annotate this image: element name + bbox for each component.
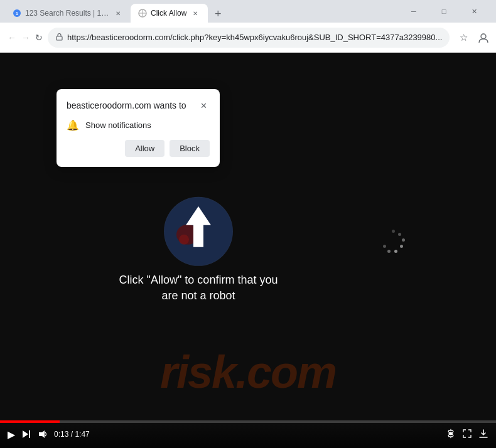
url-text: https://beasticeroodorm.com/click.php?ke… xyxy=(67,33,442,42)
tab-click-allow[interactable]: Click Allow ✕ xyxy=(131,4,208,23)
title-bar: 1 123 Search Results | 123Movies ✕ Click… xyxy=(0,0,496,23)
window-controls: ─ □ ✕ xyxy=(397,2,491,21)
settings-button[interactable] xyxy=(446,429,456,440)
forward-button[interactable]: → xyxy=(21,29,30,46)
tab1-close[interactable]: ✕ xyxy=(113,8,123,18)
progress-bar[interactable] xyxy=(0,420,496,423)
svg-rect-5 xyxy=(57,36,62,40)
security-icon xyxy=(55,33,63,43)
robot-text: Click "Allow" to confirm that you are no… xyxy=(111,272,286,304)
dot-5 xyxy=(394,250,397,253)
tab1-favicon: 1 xyxy=(13,9,21,18)
arrow-circle xyxy=(164,197,233,266)
tab1-title: 123 Search Results | 123Movies xyxy=(25,9,109,18)
popup-buttons: Allow Block xyxy=(67,140,210,157)
dot-2 xyxy=(398,233,401,236)
tab2-favicon xyxy=(138,9,147,18)
next-button[interactable] xyxy=(21,429,31,439)
volume-button[interactable] xyxy=(38,429,48,439)
page-content: risk.com Click "Allow" to confirm that y… xyxy=(0,53,496,448)
tab2-close[interactable]: ✕ xyxy=(190,8,200,18)
refresh-button[interactable]: ↻ xyxy=(35,29,43,46)
popup-notification-item: 🔔 Show notifications xyxy=(67,119,210,131)
popup-close-button[interactable]: ✕ xyxy=(197,99,210,112)
dot-6 xyxy=(387,250,391,253)
bell-icon: 🔔 xyxy=(67,119,79,131)
dot-1 xyxy=(392,230,395,233)
svg-point-6 xyxy=(481,34,486,39)
maximize-button[interactable]: □ xyxy=(429,2,458,21)
profile-icon[interactable] xyxy=(475,29,492,46)
dot-7 xyxy=(383,245,386,248)
allow-button[interactable]: Allow xyxy=(125,140,164,157)
new-tab-button[interactable]: + xyxy=(209,5,227,23)
play-button[interactable]: ▶ xyxy=(8,429,15,440)
url-bar[interactable]: https://beasticeroodorm.com/click.php?ke… xyxy=(48,28,450,48)
progress-fill xyxy=(0,420,60,423)
back-button[interactable]: ← xyxy=(8,29,16,46)
tab-bar: 1 123 Search Results | 123Movies ✕ Click… xyxy=(5,0,397,23)
permission-popup: beasticeroodorm.com wants to ✕ 🔔 Show no… xyxy=(57,89,220,167)
popup-notification-label: Show notifications xyxy=(85,120,151,130)
browser-window: 1 123 Search Results | 123Movies ✕ Click… xyxy=(0,0,496,448)
loading-spinner xyxy=(383,230,408,255)
fullscreen-button[interactable] xyxy=(462,429,472,440)
dot-4 xyxy=(400,245,403,248)
dot-3 xyxy=(402,238,405,242)
watermark: risk.com xyxy=(0,346,496,398)
time-total: 1:47 xyxy=(75,430,89,439)
time-current: 0:13 xyxy=(54,430,68,439)
video-controls: ▶ 0:13 / 1:47 xyxy=(0,420,496,448)
address-bar: ← → ↻ https://beasticeroodorm.com/click.… xyxy=(0,23,496,53)
block-button[interactable]: Block xyxy=(170,140,210,157)
close-button[interactable]: ✕ xyxy=(460,2,488,21)
circle-background-svg xyxy=(164,197,233,266)
time-display: 0:13 / 1:47 xyxy=(54,430,90,439)
popup-title: beasticeroodorm.com wants to xyxy=(67,100,186,110)
minimize-button[interactable]: ─ xyxy=(399,2,428,21)
tab-123movies[interactable]: 1 123 Search Results | 123Movies ✕ xyxy=(5,4,131,23)
svg-point-9 xyxy=(179,235,189,245)
svg-rect-12 xyxy=(29,430,30,438)
tab2-title: Click Allow xyxy=(151,9,186,18)
bookmark-icon[interactable]: ☆ xyxy=(455,29,472,46)
svg-point-14 xyxy=(450,432,453,435)
center-content: Click "Allow" to confirm that you are no… xyxy=(111,197,286,304)
svg-marker-11 xyxy=(23,430,28,438)
download-button[interactable] xyxy=(478,429,488,440)
toolbar-icons: ☆ ⋮ xyxy=(455,29,496,46)
popup-header: beasticeroodorm.com wants to ✕ xyxy=(67,99,210,112)
svg-marker-13 xyxy=(39,430,45,438)
svg-text:1: 1 xyxy=(16,11,18,16)
